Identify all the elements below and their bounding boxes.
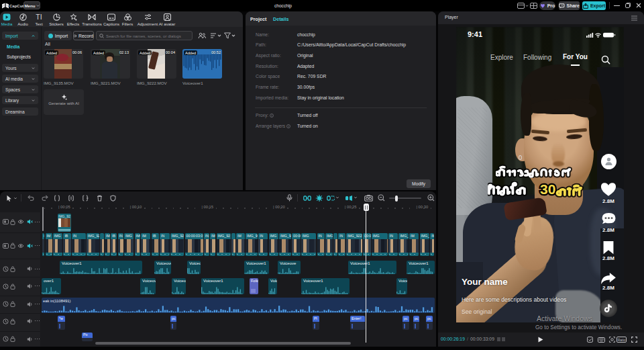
svg-text:30: 30 [540, 181, 555, 197]
svg-text:Ratio: Ratio [618, 338, 626, 342]
